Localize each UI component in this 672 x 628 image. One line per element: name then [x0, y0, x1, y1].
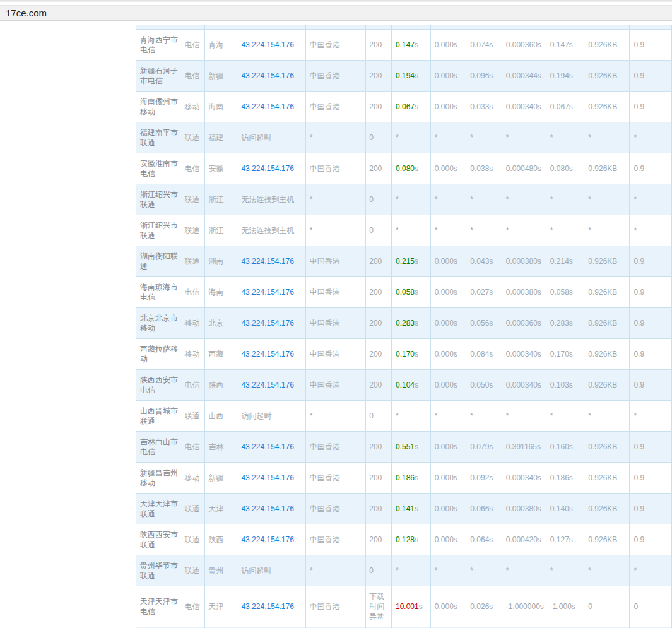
node-name-cell: 安徽淮南市电信: [136, 153, 180, 184]
isp-cell: 移动: [180, 463, 204, 494]
resolve-result-cell: 43.224.154.176: [237, 463, 305, 494]
isp-cell: 电信: [180, 432, 204, 463]
download-speed-cell: 0.9: [630, 494, 672, 524]
first-byte-time-cell: *: [502, 401, 546, 432]
ip-address-link[interactable]: 43.224.154.176: [241, 504, 293, 513]
first-byte-time-cell: 0.000420s: [502, 524, 546, 555]
dns-time-cell: *: [430, 555, 466, 586]
ip-address-link[interactable]: 43.224.154.176: [241, 442, 293, 451]
ip-address-link[interactable]: 43.224.154.176: [241, 319, 293, 328]
dns-time-cell: 0.000s: [430, 463, 466, 494]
file-size-cell: 0.926KB: [584, 370, 630, 401]
resolve-result-cell: 43.224.154.176: [237, 308, 305, 339]
first-byte-time-cell: *: [502, 215, 546, 246]
download-time-cell: *: [546, 401, 584, 432]
file-size-cell: 0.926KB: [584, 432, 630, 463]
dns-time-cell: 0.000s: [430, 277, 466, 308]
province-cell: 福建: [204, 122, 237, 153]
http-status-cell: 200: [366, 494, 392, 524]
download-speed-cell: 0.9: [630, 61, 672, 92]
total-time-cell: 0.067s: [391, 92, 430, 122]
file-size-cell: 0.926KB: [584, 30, 630, 61]
download-speed-cell: 0.9: [630, 524, 672, 555]
dns-time-cell: 0.000s: [430, 61, 466, 92]
ip-location-cell: 中国香港: [305, 61, 365, 92]
province-cell: 新疆: [204, 61, 237, 92]
download-speed-cell: *: [630, 215, 672, 246]
province-cell: 吉林: [204, 432, 237, 463]
download-time-cell: 0.140s: [546, 494, 584, 524]
ip-location-cell: *: [305, 215, 365, 246]
file-size-cell: 0.926KB: [584, 277, 630, 308]
download-time-cell: 0.080s: [546, 153, 584, 184]
first-byte-time-cell: 0.000380s: [502, 246, 546, 277]
node-name-cell: 吉林白山市电信: [136, 432, 180, 463]
table-row: 浙江绍兴市联通联通浙江无法连接到主机*0*******: [136, 215, 672, 246]
ip-address-link[interactable]: 43.224.154.176: [241, 257, 293, 266]
ip-address-link[interactable]: 43.224.154.176: [241, 602, 293, 611]
total-time-cell: 0.186s: [391, 463, 430, 494]
first-byte-time-cell: *: [502, 122, 546, 153]
ip-address-link[interactable]: 43.224.154.176: [241, 535, 293, 544]
dns-time-cell: 0.000s: [430, 92, 466, 122]
http-status-cell: 200: [366, 370, 392, 401]
ip-address-link[interactable]: 43.224.154.176: [241, 164, 293, 173]
isp-cell: 电信: [180, 153, 204, 184]
file-size-cell: *: [584, 215, 630, 246]
dns-time-cell: 0.000s: [430, 432, 466, 463]
ip-address-link[interactable]: 43.224.154.176: [241, 288, 293, 297]
ip-address-link[interactable]: 43.224.154.176: [241, 473, 293, 482]
first-byte-time-cell: -1.000000s: [502, 586, 546, 627]
http-status-cell: 200: [366, 61, 392, 92]
http-status-cell: 200: [366, 246, 392, 277]
isp-cell: 电信: [180, 61, 204, 92]
ip-location-cell: 中国香港: [305, 586, 365, 627]
connect-time-cell: *: [466, 555, 502, 586]
connect-time-cell: 0.092s: [466, 463, 502, 494]
total-time-cell: *: [391, 555, 430, 586]
ip-address-link[interactable]: 43.224.154.176: [241, 350, 293, 358]
node-name-cell: 新疆昌吉州移动: [136, 463, 180, 494]
connect-time-cell: *: [466, 215, 502, 246]
time-unit: s: [415, 504, 418, 513]
node-name-cell: 青海西宁市电信: [136, 30, 180, 61]
total-time-value: 0.283: [396, 319, 415, 328]
http-status-cell: 200: [366, 339, 392, 370]
first-byte-time-cell: 0.000360s: [502, 308, 546, 339]
first-byte-time-cell: 0.000340s: [502, 463, 546, 494]
file-size-cell: *: [584, 184, 630, 215]
total-time-value: 0.080: [396, 164, 415, 173]
ip-address-link[interactable]: 43.224.154.176: [241, 102, 293, 111]
dns-time-cell: 0.000s: [430, 308, 466, 339]
connect-time-cell: *: [466, 122, 502, 153]
table-row: 天津天津市联通联通天津43.224.154.176中国香港2000.141s0.…: [136, 494, 672, 524]
total-time-cell: 0.080s: [391, 153, 430, 184]
connect-time-cell: *: [466, 184, 502, 215]
ip-address-link[interactable]: 43.224.154.176: [241, 381, 293, 389]
table-row: 新疆昌吉州移动移动新疆43.224.154.176中国香港2000.186s0.…: [136, 463, 672, 494]
dns-time-cell: 0.000s: [430, 246, 466, 277]
download-speed-cell: 0.9: [630, 153, 672, 184]
ip-address-link[interactable]: 43.224.154.176: [241, 71, 293, 80]
isp-cell: 联通: [180, 401, 204, 432]
resolve-result-cell: 43.224.154.176: [237, 61, 305, 92]
download-speed-cell: 0.9: [630, 463, 672, 494]
isp-cell: 联通: [180, 524, 204, 555]
table-row: 海南琼海市电信电信海南43.224.154.176中国香港2000.058s0.…: [136, 277, 672, 308]
http-status-cell: 0: [366, 555, 392, 586]
province-cell: 新疆: [204, 463, 237, 494]
ip-address-link[interactable]: 43.224.154.176: [241, 40, 293, 49]
node-name-cell: 陕西西安市电信: [136, 370, 180, 401]
ip-location-cell: 中国香港: [305, 494, 365, 524]
window-top-strip: [0, 0, 672, 2]
total-time-value: 0.194: [396, 71, 415, 80]
connect-time-cell: *: [466, 401, 502, 432]
resolve-result-cell: 43.224.154.176: [237, 524, 305, 555]
isp-cell: 电信: [180, 277, 204, 308]
time-unit: s: [415, 102, 418, 111]
isp-cell: 联通: [180, 494, 204, 524]
total-time-value: 0.141: [396, 504, 415, 513]
node-name-cell: 陕西西安市联通: [136, 524, 180, 555]
http-status-cell: 200: [366, 153, 392, 184]
download-speed-cell: 0.9: [630, 432, 672, 463]
